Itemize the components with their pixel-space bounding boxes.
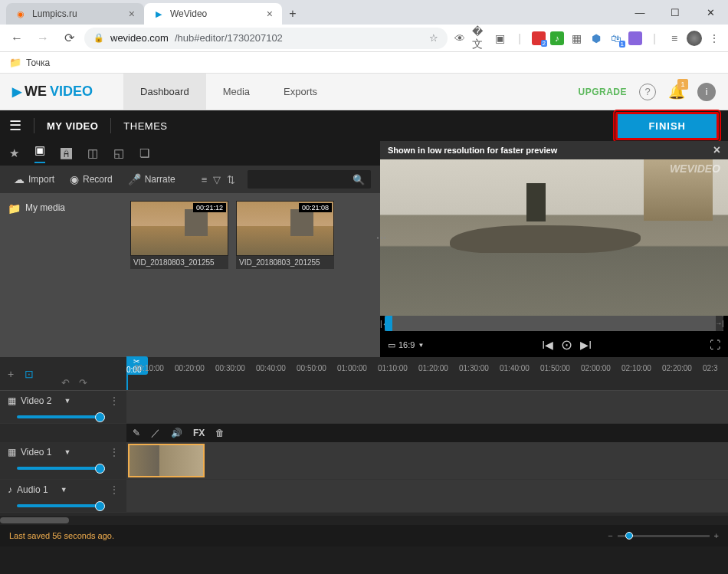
- upgrade-button[interactable]: UPGRADE: [578, 87, 627, 97]
- fullscreen-button[interactable]: ⛶: [710, 339, 720, 351]
- ext-icon-red[interactable]: [532, 31, 546, 45]
- ext-icon-list[interactable]: ≡: [667, 31, 682, 46]
- snap-button[interactable]: ⊡: [25, 368, 34, 380]
- zoom-out-button[interactable]: −: [608, 531, 612, 540]
- star-icon[interactable]: ☆: [429, 32, 438, 44]
- chevron-down-icon[interactable]: ▼: [64, 448, 71, 456]
- import-button[interactable]: ☁ Import: [9, 170, 59, 189]
- add-track-button[interactable]: +: [8, 368, 14, 380]
- volume-icon[interactable]: 🔊: [171, 428, 182, 438]
- fx-button[interactable]: FX: [193, 428, 205, 438]
- track-menu-icon[interactable]: ⋮: [110, 484, 119, 495]
- record-button[interactable]: ◉ Record: [65, 170, 117, 189]
- edit-icon[interactable]: ✎: [133, 428, 140, 438]
- prev-frame-button[interactable]: I◀: [542, 339, 553, 351]
- new-tab-button[interactable]: +: [282, 3, 303, 25]
- preview-viewport[interactable]: WEVIDEO ⋮: [380, 159, 728, 316]
- track-header[interactable]: ▦ Video 1 ▼ ⋮: [0, 442, 126, 479]
- tab-star-icon[interactable]: ★: [9, 146, 19, 160]
- user-avatar[interactable]: i: [697, 83, 716, 101]
- delete-icon[interactable]: 🗑: [215, 428, 225, 438]
- undo-button[interactable]: ↶: [61, 377, 70, 389]
- time-ruler[interactable]: 📍✂ 00:00:00 00:10:00 00:20:00 00:30:00 0…: [126, 356, 728, 390]
- notifications-button[interactable]: 🔔1: [668, 84, 685, 100]
- help-button[interactable]: ?: [639, 84, 656, 100]
- favicon-lumpics: ◉: [15, 8, 26, 19]
- play-button[interactable]: ⊙: [561, 336, 572, 353]
- clip-name: VID_20180803_201255: [130, 256, 228, 269]
- ext-icon[interactable]: ▣: [492, 31, 507, 46]
- back-button[interactable]: ←: [6, 28, 28, 49]
- hamburger-icon[interactable]: ☰: [9, 117, 21, 134]
- ext-icon-blue[interactable]: ⬢: [589, 31, 604, 46]
- search-input[interactable]: 🔍: [248, 170, 371, 189]
- preview-scrubber[interactable]: |← →|: [385, 316, 723, 331]
- opacity-slider[interactable]: [17, 467, 101, 470]
- track-header[interactable]: ▦ Video 2 ▼ ⋮: [0, 391, 126, 423]
- tab-graphics-icon[interactable]: ◱: [113, 146, 124, 160]
- tab-folder-icon[interactable]: ▣: [34, 143, 45, 163]
- media-clip[interactable]: 00:21:12 VID_20180803_201255: [130, 201, 228, 349]
- track-lane[interactable]: [126, 391, 728, 423]
- chevron-down-icon[interactable]: ▼: [61, 486, 67, 494]
- sort-icon[interactable]: ≡: [202, 174, 208, 185]
- opacity-slider[interactable]: [17, 415, 101, 418]
- browser-tab-wevideo[interactable]: ▶ WeVideo ×: [144, 3, 282, 25]
- ext-icon-green[interactable]: ♪: [550, 31, 564, 45]
- themes-link[interactable]: THEMES: [123, 120, 167, 132]
- bookmark-folder[interactable]: Точка: [26, 57, 50, 68]
- close-window-button[interactable]: ✕: [696, 2, 725, 23]
- tab-layers-icon[interactable]: ❏: [139, 146, 149, 160]
- tab-transitions-icon[interactable]: ◫: [87, 146, 98, 160]
- track-lane[interactable]: [126, 480, 728, 512]
- timeline-clip[interactable]: [128, 444, 205, 477]
- resize-handle[interactable]: ⋮: [376, 233, 388, 243]
- chrome-menu-button[interactable]: ⋮: [707, 31, 722, 46]
- narrate-button[interactable]: 🎤 Narrate: [123, 170, 180, 189]
- profile-avatar[interactable]: [687, 31, 702, 46]
- redo-button[interactable]: ↷: [79, 377, 87, 389]
- ext-icon[interactable]: 👁: [452, 31, 467, 46]
- nav-exports[interactable]: Exports: [267, 74, 334, 110]
- zoom-handle[interactable]: [625, 532, 633, 540]
- finish-button[interactable]: FINISH: [615, 112, 719, 140]
- url-field[interactable]: 🔒 wevideo.com/hub#editor/1730207102 ☆: [84, 28, 448, 49]
- track-header[interactable]: ♪ Audio 1 ▼ ⋮: [0, 480, 126, 512]
- sort-az-icon[interactable]: ⇅: [227, 174, 235, 185]
- timeline-scrollbar[interactable]: [0, 516, 728, 525]
- nav-dashboard[interactable]: Dashboard: [123, 74, 206, 110]
- track-lane[interactable]: [126, 442, 728, 479]
- close-icon[interactable]: ×: [713, 143, 720, 157]
- maximize-button[interactable]: ☐: [661, 2, 690, 23]
- zoom-slider[interactable]: [618, 535, 710, 537]
- time-ticks: 00:10:00 00:20:00 00:30:00 00:40:00 00:5…: [134, 364, 728, 372]
- track-menu-icon[interactable]: ⋮: [110, 395, 119, 406]
- trim-icon[interactable]: ／: [151, 427, 160, 440]
- project-title[interactable]: MY VIDEO: [47, 120, 98, 132]
- media-folder[interactable]: 📁 My media: [8, 201, 123, 349]
- filter-icon[interactable]: ▽: [213, 174, 221, 185]
- scrollbar-thumb[interactable]: [0, 517, 69, 523]
- close-icon[interactable]: ×: [129, 8, 135, 20]
- reload-button[interactable]: ⟳: [58, 28, 80, 49]
- next-frame-button[interactable]: ▶I: [580, 339, 592, 351]
- track-menu-icon[interactable]: ⋮: [110, 447, 119, 458]
- ext-icon[interactable]: ▦: [569, 31, 584, 46]
- tab-text-icon[interactable]: 🅰: [61, 147, 72, 160]
- volume-slider[interactable]: [17, 504, 101, 507]
- ext-icon-cart[interactable]: 🛍: [608, 31, 624, 46]
- wevideo-logo[interactable]: ▶ WEVIDEO: [12, 84, 93, 100]
- forward-button[interactable]: →: [32, 28, 54, 49]
- playhead-indicator[interactable]: [385, 316, 392, 331]
- aspect-ratio-selector[interactable]: ▭ 16:9 ▼: [388, 340, 424, 350]
- media-clip[interactable]: 00:21:08 VID_20180803_201255: [236, 201, 334, 349]
- browser-tab-lumpics[interactable]: ◉ Lumpics.ru ×: [6, 3, 144, 25]
- translate-icon[interactable]: �文: [472, 31, 487, 46]
- minimize-button[interactable]: —: [625, 2, 654, 23]
- close-icon[interactable]: ×: [267, 8, 273, 20]
- zoom-in-button[interactable]: +: [714, 531, 719, 540]
- chevron-down-icon[interactable]: ▼: [64, 397, 71, 405]
- nav-media[interactable]: Media: [206, 74, 267, 110]
- out-marker-icon[interactable]: →|: [716, 316, 723, 331]
- ext-icon-purple[interactable]: [628, 31, 642, 45]
